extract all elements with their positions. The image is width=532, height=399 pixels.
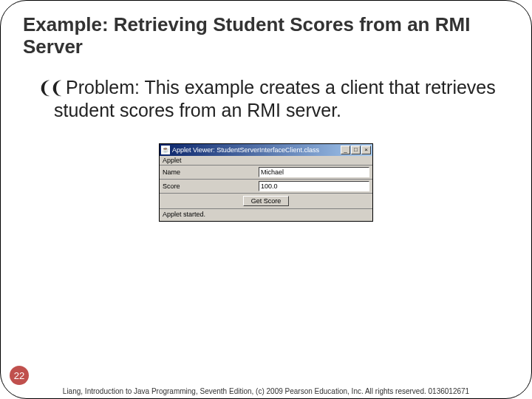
menubar: Applet (160, 156, 372, 166)
slide-frame: Example: Retrieving Student Scores from … (0, 0, 532, 399)
button-row: Get Score (160, 194, 372, 209)
applet-window: ☕ Applet Viewer: StudentServerInterfaceC… (159, 143, 373, 222)
maximize-button[interactable]: □ (351, 146, 361, 154)
score-label: Score (163, 183, 259, 190)
name-input[interactable] (259, 167, 369, 177)
minimize-button[interactable]: _ (341, 146, 350, 154)
problem-text: Problem: This example creates a client t… (54, 77, 496, 120)
get-score-button[interactable]: Get Score (243, 196, 290, 206)
menu-applet[interactable]: Applet (163, 157, 182, 164)
page-number-badge: 22 (10, 366, 29, 385)
name-row: Name (160, 166, 372, 180)
java-icon: ☕ (161, 146, 170, 154)
form-panel: Name Score Get Score (160, 166, 372, 209)
window-buttons: _ □ × (341, 146, 371, 154)
window-title-text: Applet Viewer: StudentServerInterfaceCli… (172, 146, 341, 154)
slide-title: Example: Retrieving Student Scores from … (23, 14, 509, 58)
status-text: Applet started. (163, 211, 205, 218)
problem-paragraph: ❨❨Problem: This example creates a client… (39, 76, 509, 121)
bullet-icon: ❨❨ (38, 78, 61, 98)
name-label: Name (163, 168, 259, 176)
score-row: Score (160, 180, 372, 194)
score-input[interactable] (259, 181, 369, 191)
status-bar: Applet started. (160, 209, 372, 221)
applet-screenshot-area: ☕ Applet Viewer: StudentServerInterfaceC… (23, 143, 509, 222)
close-button[interactable]: × (361, 146, 371, 154)
footer-citation: Liang, Introduction to Java Programming,… (1, 387, 531, 395)
window-titlebar: ☕ Applet Viewer: StudentServerInterfaceC… (160, 144, 372, 156)
